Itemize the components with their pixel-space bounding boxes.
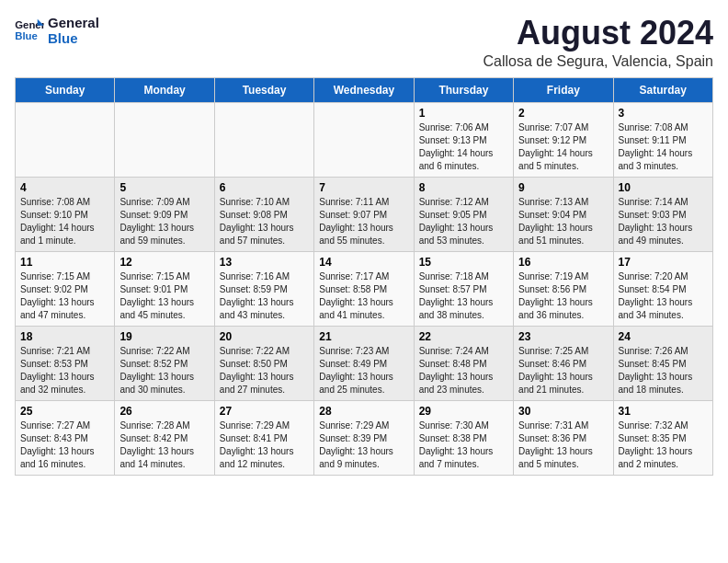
calendar-cell: 8Sunrise: 7:12 AM Sunset: 9:05 PM Daylig…	[414, 177, 513, 251]
calendar-cell: 9Sunrise: 7:13 AM Sunset: 9:04 PM Daylig…	[514, 177, 613, 251]
day-info: Sunrise: 7:22 AM Sunset: 8:50 PM Dayligh…	[220, 345, 309, 396]
day-info: Sunrise: 7:29 AM Sunset: 8:39 PM Dayligh…	[319, 419, 408, 471]
weekday-header-wednesday: Wednesday	[314, 77, 414, 102]
day-info: Sunrise: 7:08 AM Sunset: 9:10 PM Dayligh…	[20, 196, 109, 247]
day-number: 29	[419, 405, 508, 418]
day-info: Sunrise: 7:18 AM Sunset: 8:57 PM Dayligh…	[419, 270, 508, 322]
day-info: Sunrise: 7:07 AM Sunset: 9:12 PM Dayligh…	[518, 121, 608, 173]
week-row-5: 25Sunrise: 7:27 AM Sunset: 8:43 PM Dayli…	[16, 400, 713, 475]
weekday-header-saturday: Saturday	[613, 77, 712, 102]
day-info: Sunrise: 7:26 AM Sunset: 8:45 PM Dayligh…	[619, 345, 708, 396]
calendar-cell: 19Sunrise: 7:22 AM Sunset: 8:52 PM Dayli…	[115, 326, 214, 400]
day-number: 19	[119, 330, 209, 343]
day-info: Sunrise: 7:15 AM Sunset: 9:02 PM Dayligh…	[20, 270, 109, 322]
calendar-cell: 21Sunrise: 7:23 AM Sunset: 8:49 PM Dayli…	[314, 326, 414, 400]
week-row-1: 1Sunrise: 7:06 AM Sunset: 9:13 PM Daylig…	[16, 102, 713, 177]
weekday-header-friday: Friday	[514, 77, 613, 102]
day-number: 7	[319, 181, 408, 194]
weekday-header-tuesday: Tuesday	[214, 77, 313, 102]
calendar-cell	[16, 102, 115, 177]
day-number: 28	[319, 405, 408, 418]
calendar-cell: 30Sunrise: 7:31 AM Sunset: 8:36 PM Dayli…	[514, 400, 613, 475]
location-title: Callosa de Segura, Valencia, Spain	[483, 53, 713, 70]
calendar-cell: 12Sunrise: 7:15 AM Sunset: 9:01 PM Dayli…	[115, 251, 214, 326]
calendar-cell: 26Sunrise: 7:28 AM Sunset: 8:42 PM Dayli…	[115, 400, 214, 475]
calendar-cell: 3Sunrise: 7:08 AM Sunset: 9:11 PM Daylig…	[613, 102, 712, 177]
day-info: Sunrise: 7:30 AM Sunset: 8:38 PM Dayligh…	[419, 419, 508, 471]
day-number: 15	[419, 256, 508, 269]
calendar-cell: 13Sunrise: 7:16 AM Sunset: 8:59 PM Dayli…	[214, 251, 313, 326]
logo-blue: Blue	[48, 30, 99, 46]
calendar-table: SundayMondayTuesdayWednesdayThursdayFrid…	[15, 77, 713, 476]
day-info: Sunrise: 7:10 AM Sunset: 9:08 PM Dayligh…	[220, 196, 309, 247]
day-info: Sunrise: 7:28 AM Sunset: 8:42 PM Dayligh…	[119, 419, 209, 471]
day-info: Sunrise: 7:25 AM Sunset: 8:46 PM Dayligh…	[518, 345, 608, 396]
day-info: Sunrise: 7:21 AM Sunset: 8:53 PM Dayligh…	[20, 345, 109, 396]
day-number: 26	[119, 405, 209, 418]
svg-text:Blue: Blue	[15, 30, 38, 41]
calendar-cell: 22Sunrise: 7:24 AM Sunset: 8:48 PM Dayli…	[414, 326, 513, 400]
calendar-cell: 1Sunrise: 7:06 AM Sunset: 9:13 PM Daylig…	[414, 102, 513, 177]
day-number: 12	[119, 256, 209, 269]
calendar-cell: 2Sunrise: 7:07 AM Sunset: 9:12 PM Daylig…	[514, 102, 613, 177]
header: General Blue General Blue August 2024 Ca…	[15, 15, 713, 70]
day-number: 8	[419, 181, 508, 194]
calendar-cell: 15Sunrise: 7:18 AM Sunset: 8:57 PM Dayli…	[414, 251, 513, 326]
day-info: Sunrise: 7:14 AM Sunset: 9:03 PM Dayligh…	[619, 196, 708, 247]
day-number: 24	[619, 330, 708, 343]
day-info: Sunrise: 7:29 AM Sunset: 8:41 PM Dayligh…	[220, 419, 309, 471]
day-number: 1	[419, 107, 508, 120]
calendar-cell: 27Sunrise: 7:29 AM Sunset: 8:41 PM Dayli…	[214, 400, 313, 475]
calendar-cell: 7Sunrise: 7:11 AM Sunset: 9:07 PM Daylig…	[314, 177, 414, 251]
weekday-header-row: SundayMondayTuesdayWednesdayThursdayFrid…	[16, 77, 713, 102]
week-row-3: 11Sunrise: 7:15 AM Sunset: 9:02 PM Dayli…	[16, 251, 713, 326]
day-number: 18	[20, 330, 109, 343]
calendar-cell	[314, 102, 414, 177]
day-number: 10	[619, 181, 708, 194]
logo-icon: General Blue	[15, 17, 44, 43]
day-number: 4	[20, 181, 109, 194]
day-info: Sunrise: 7:23 AM Sunset: 8:49 PM Dayligh…	[319, 345, 408, 396]
calendar-cell: 16Sunrise: 7:19 AM Sunset: 8:56 PM Dayli…	[514, 251, 613, 326]
day-info: Sunrise: 7:12 AM Sunset: 9:05 PM Dayligh…	[419, 196, 508, 247]
day-number: 17	[619, 256, 708, 269]
day-number: 2	[518, 107, 608, 120]
calendar-cell: 18Sunrise: 7:21 AM Sunset: 8:53 PM Dayli…	[16, 326, 115, 400]
week-row-4: 18Sunrise: 7:21 AM Sunset: 8:53 PM Dayli…	[16, 326, 713, 400]
day-number: 23	[518, 330, 608, 343]
day-number: 30	[518, 405, 608, 418]
weekday-header-monday: Monday	[115, 77, 214, 102]
day-number: 25	[20, 405, 109, 418]
calendar-cell	[115, 102, 214, 177]
day-info: Sunrise: 7:32 AM Sunset: 8:35 PM Dayligh…	[619, 419, 708, 471]
day-number: 22	[419, 330, 508, 343]
calendar-cell: 6Sunrise: 7:10 AM Sunset: 9:08 PM Daylig…	[214, 177, 313, 251]
calendar-cell: 23Sunrise: 7:25 AM Sunset: 8:46 PM Dayli…	[514, 326, 613, 400]
calendar-cell: 17Sunrise: 7:20 AM Sunset: 8:54 PM Dayli…	[613, 251, 712, 326]
day-number: 9	[518, 181, 608, 194]
calendar-cell: 14Sunrise: 7:17 AM Sunset: 8:58 PM Dayli…	[314, 251, 414, 326]
calendar-cell: 20Sunrise: 7:22 AM Sunset: 8:50 PM Dayli…	[214, 326, 313, 400]
day-info: Sunrise: 7:06 AM Sunset: 9:13 PM Dayligh…	[419, 121, 508, 173]
day-info: Sunrise: 7:22 AM Sunset: 8:52 PM Dayligh…	[119, 345, 209, 396]
day-number: 11	[20, 256, 109, 269]
day-number: 13	[220, 256, 309, 269]
logo-general: General	[48, 15, 99, 30]
day-info: Sunrise: 7:09 AM Sunset: 9:09 PM Dayligh…	[119, 196, 209, 247]
calendar-cell: 11Sunrise: 7:15 AM Sunset: 9:02 PM Dayli…	[16, 251, 115, 326]
week-row-2: 4Sunrise: 7:08 AM Sunset: 9:10 PM Daylig…	[16, 177, 713, 251]
day-info: Sunrise: 7:17 AM Sunset: 8:58 PM Dayligh…	[319, 270, 408, 322]
day-info: Sunrise: 7:19 AM Sunset: 8:56 PM Dayligh…	[518, 270, 608, 322]
day-info: Sunrise: 7:27 AM Sunset: 8:43 PM Dayligh…	[20, 419, 109, 471]
day-number: 6	[220, 181, 309, 194]
title-area: August 2024 Callosa de Segura, Valencia,…	[483, 15, 713, 70]
calendar-cell: 29Sunrise: 7:30 AM Sunset: 8:38 PM Dayli…	[414, 400, 513, 475]
day-number: 14	[319, 256, 408, 269]
calendar-cell: 4Sunrise: 7:08 AM Sunset: 9:10 PM Daylig…	[16, 177, 115, 251]
logo: General Blue General Blue	[15, 15, 99, 46]
day-number: 3	[619, 107, 708, 120]
day-number: 27	[220, 405, 309, 418]
day-info: Sunrise: 7:08 AM Sunset: 9:11 PM Dayligh…	[619, 121, 708, 173]
day-info: Sunrise: 7:15 AM Sunset: 9:01 PM Dayligh…	[119, 270, 209, 322]
calendar-cell: 24Sunrise: 7:26 AM Sunset: 8:45 PM Dayli…	[613, 326, 712, 400]
